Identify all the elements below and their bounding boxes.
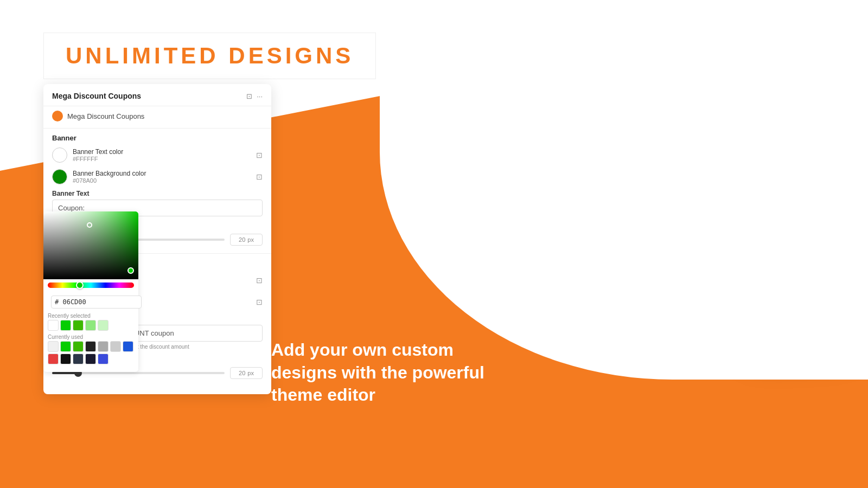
banner-bg-color-swatch[interactable]	[52, 169, 67, 184]
hue-thumb	[76, 281, 84, 289]
banner-font-size-value: 20	[239, 236, 245, 243]
current-swatch-4[interactable]	[85, 341, 96, 352]
panel-header-icons: ⊡ ···	[246, 92, 263, 100]
plugin-icon	[52, 111, 63, 121]
banner-text-color-row: Banner Text color #FFFFFF ⊡	[43, 144, 271, 166]
page-title: UNLIMITED DESIGNS	[66, 43, 354, 68]
picker-thumb-white	[87, 222, 92, 228]
banner-text-color-swatch[interactable]	[52, 147, 67, 163]
current-swatch-9[interactable]	[60, 354, 71, 364]
banner-text-color-copy[interactable]: ⊡	[256, 151, 263, 159]
tagline-line2: designs with the powerful	[271, 362, 484, 384]
banner-bg-color-name: Banner Background color	[73, 170, 146, 177]
panel-title: Mega Discount Coupons	[52, 92, 141, 100]
currently-used-label: Currently used	[43, 331, 138, 341]
banner-font-size-value-box: 20 px	[230, 234, 263, 246]
current-swatch-7[interactable]	[123, 341, 133, 352]
current-swatch-6[interactable]	[110, 341, 121, 352]
banner-bg-color-hex: #078A00	[73, 177, 146, 184]
currently-used-swatches	[43, 341, 138, 364]
hex-row	[43, 291, 138, 310]
recently-selected-swatches	[43, 320, 138, 331]
current-swatch-11[interactable]	[85, 354, 96, 364]
discount-bg-color-copy[interactable]: ⊡	[256, 298, 263, 306]
banner-text-label: Banner Text	[52, 190, 263, 197]
discount-font-size-value-box: 20 px	[230, 367, 263, 379]
recent-swatch-3[interactable]	[73, 320, 84, 331]
current-swatch-5[interactable]	[98, 341, 108, 352]
banner-bg-color-row: Banner Background color #078A00 ⊡	[43, 166, 271, 188]
current-swatch-3[interactable]	[73, 341, 84, 352]
current-swatch-2[interactable]	[60, 341, 71, 352]
more-options-icon[interactable]: ···	[257, 92, 263, 100]
tagline-line3: theme editor	[271, 384, 484, 407]
tagline: Add your own custom designs with the pow…	[271, 339, 484, 407]
current-swatch-10[interactable]	[73, 354, 84, 364]
banner-font-size-unit: px	[247, 236, 254, 243]
current-swatch-8[interactable]	[48, 354, 59, 364]
picker-thumb-green	[127, 267, 134, 274]
hex-input[interactable]	[51, 296, 142, 309]
color-gradient[interactable]	[43, 211, 138, 279]
title-box: UNLIMITED DESIGNS	[43, 33, 376, 79]
banner-bg-color-copy[interactable]: ⊡	[256, 172, 263, 181]
recent-swatch-1[interactable]	[48, 320, 59, 331]
color-picker-panel: Recently selected Currently used	[43, 211, 138, 372]
banner-section-label: Banner	[43, 129, 271, 144]
discount-text-color-copy[interactable]: ⊡	[256, 276, 263, 285]
recent-swatch-5[interactable]	[98, 320, 108, 331]
banner-text-color-hex: #FFFFFF	[73, 156, 123, 162]
duplicate-icon[interactable]: ⊡	[246, 92, 252, 100]
recent-swatch-2[interactable]	[60, 320, 71, 331]
discount-font-size-value: 20	[239, 370, 245, 376]
current-swatch-12[interactable]	[98, 354, 108, 364]
discount-font-size-slider[interactable]	[52, 372, 225, 374]
recent-swatch-4[interactable]	[85, 320, 96, 331]
panel-header: Mega Discount Coupons ⊡ ···	[43, 84, 271, 106]
plugin-name: Mega Discount Coupons	[67, 112, 144, 120]
plugin-row: Mega Discount Coupons	[43, 106, 271, 129]
banner-text-color-name: Banner Text color	[73, 148, 123, 156]
hue-slider[interactable]	[48, 282, 134, 288]
current-swatch-1[interactable]	[48, 341, 59, 352]
recently-selected-label: Recently selected	[43, 310, 138, 320]
discount-font-size-unit: px	[247, 370, 254, 376]
tagline-line1: Add your own custom	[271, 339, 484, 362]
